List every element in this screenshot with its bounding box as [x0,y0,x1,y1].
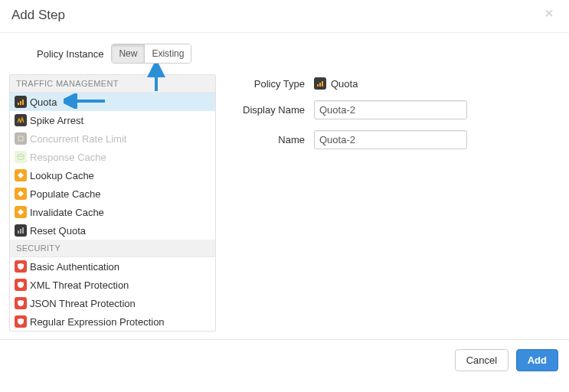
shield-icon [15,297,27,309]
policy-item-json-threat[interactable]: JSON Threat Protection [10,294,215,312]
display-name-label: Display Name [231,104,314,116]
close-button[interactable]: × [540,5,558,21]
svg-rect-5 [18,136,23,141]
policy-item-quota[interactable]: Quota [10,93,215,111]
add-button[interactable]: Add [516,349,558,371]
policy-item-xml-threat[interactable]: XML Threat Protection [10,276,215,294]
instance-existing-button[interactable]: Existing [145,44,191,63]
policy-label: XML Threat Protection [30,279,129,291]
lookup-cache-icon [15,169,27,181]
svg-rect-13 [317,84,319,87]
name-row: Name [231,130,560,149]
policy-label: Response Cache [30,152,106,163]
svg-rect-3 [22,100,24,105]
policy-label: Reset Quota [30,225,86,237]
add-step-modal: Add Step × Policy Instance New Existing … [0,0,569,340]
modal-header: Add Step × [0,0,569,33]
modal-title: Add Step [11,8,558,23]
policy-item-regex-protection[interactable]: Regular Expression Protection [10,312,215,331]
policy-item-response-cache: Response Cache [10,148,215,166]
policy-form: Policy Type Quota Display Name Name [231,74,560,332]
name-input[interactable] [314,130,467,149]
reset-quota-icon [15,224,27,237]
policy-label: Spike Arrest [30,115,83,126]
svg-rect-2 [20,101,21,105]
policy-label: Quota [30,96,57,108]
policy-instance-label: Policy Instance [37,48,103,60]
response-cache-icon [15,151,27,163]
policy-item-basic-auth[interactable]: Basic Authentication [10,257,215,276]
instance-toggle-group: New Existing [111,44,191,64]
policy-instance-row: Policy Instance New Existing [9,44,560,74]
shield-icon [15,279,27,291]
policy-item-populate-cache[interactable]: Populate Cache [10,185,215,203]
svg-rect-12 [22,227,24,234]
invalidate-cache-icon [15,206,27,218]
quota-icon [314,77,326,90]
policy-item-invalidate-cache[interactable]: Invalidate Cache [10,203,215,221]
policy-list[interactable]: TRAFFIC MANAGEMENT Quota Spike Ar [9,74,216,332]
svg-marker-8 [18,191,24,197]
svg-rect-14 [319,83,321,87]
annotation-arrow-icon [64,93,106,109]
policy-label: Populate Cache [30,188,101,200]
policy-label: Regular Expression Protection [30,316,165,328]
svg-rect-11 [20,229,21,234]
shield-icon [15,315,27,328]
spike-arrest-icon [15,114,27,126]
policy-item-concurrent-rate-limit: Concurrent Rate Limit [10,129,215,148]
policy-type-value: Quota [314,77,358,90]
policy-item-reset-quota[interactable]: Reset Quota [10,221,215,240]
policy-label: Invalidate Cache [30,207,104,218]
policy-label: JSON Threat Protection [30,298,136,309]
svg-marker-9 [18,209,24,215]
svg-marker-7 [18,172,24,178]
content-split: TRAFFIC MANAGEMENT Quota Spike Ar [9,74,560,332]
policy-type-label: Policy Type [231,78,314,90]
group-header-traffic: TRAFFIC MANAGEMENT [10,75,215,93]
display-name-input[interactable] [314,100,467,119]
display-name-row: Display Name [231,100,560,119]
svg-point-6 [18,155,24,157]
policy-label: Basic Authentication [30,261,119,273]
policy-label: Concurrent Rate Limit [30,133,126,145]
group-header-security: SECURITY [10,240,215,257]
quota-icon [15,96,27,108]
policy-item-lookup-cache[interactable]: Lookup Cache [10,166,215,185]
policy-type-text: Quota [331,78,358,90]
modal-body: Policy Instance New Existing TRAFFIC MAN… [0,33,569,339]
modal-footer: Cancel Add [0,340,569,381]
name-label: Name [231,134,314,145]
populate-cache-icon [15,188,27,200]
cancel-button[interactable]: Cancel [455,349,509,371]
instance-new-button[interactable]: New [112,44,144,63]
policy-item-spike-arrest[interactable]: Spike Arrest [10,111,215,129]
policy-type-row: Policy Type Quota [231,77,560,90]
svg-rect-15 [322,81,323,87]
svg-rect-10 [18,230,19,234]
svg-rect-1 [18,103,19,105]
policy-label: Lookup Cache [30,170,94,181]
concurrent-rate-limit-icon [15,132,27,145]
shield-icon [15,260,27,273]
